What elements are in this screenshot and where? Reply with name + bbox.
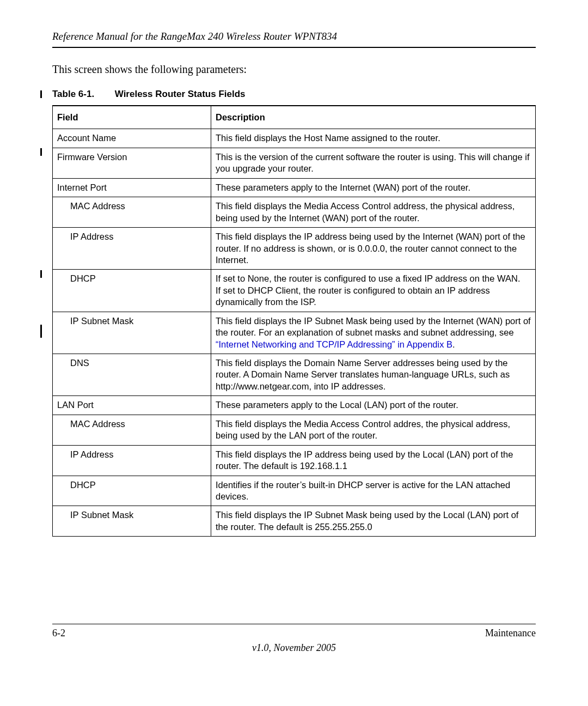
field-name: Firmware Version — [53, 148, 211, 178]
table-row: MAC AddressThis field displays the Media… — [53, 415, 536, 445]
cross-reference-link[interactable]: “Internet Networking and TCP/IP Addressi… — [216, 339, 452, 349]
field-description: These parameters apply to the Internet (… — [211, 178, 536, 197]
field-description: This field displays the IP Subnet Mask b… — [211, 312, 536, 354]
table-row: DHCPIdentifies if the router’s built-in … — [53, 476, 536, 506]
field-name: DHCP — [53, 270, 211, 312]
table-row: LAN PortThese parameters apply to the Lo… — [53, 396, 536, 415]
table-row: IP Subnet MaskThis field displays the IP… — [53, 506, 536, 537]
field-name: IP Subnet Mask — [53, 312, 211, 354]
table-row: IP AddressThis field displays the IP add… — [53, 228, 536, 270]
field-description: This field displays the IP address being… — [211, 445, 536, 476]
change-bar — [40, 148, 42, 156]
field-name: IP Subnet Mask — [53, 506, 211, 537]
table-row: DHCPIf set to None, the router is config… — [53, 270, 536, 312]
table-row: MAC AddressThis field displays the Media… — [53, 197, 536, 228]
field-description: This field displays the Host Name assign… — [211, 129, 536, 148]
table-row: IP AddressThis field displays the IP add… — [53, 445, 536, 476]
change-bar — [40, 270, 42, 278]
field-name: DHCP — [53, 476, 211, 506]
table-row: IP Subnet MaskThis field displays the IP… — [53, 312, 536, 354]
field-description: This field displays the Media Access Con… — [211, 415, 536, 445]
field-description: This field displays the IP Subnet Mask b… — [211, 506, 536, 537]
change-bar — [40, 90, 42, 98]
col-description: Description — [211, 106, 536, 129]
table-number: Table 6-1. — [52, 89, 112, 100]
table-row: Internet PortThese parameters apply to t… — [53, 178, 536, 197]
footer-version: v1.0, November 2005 — [52, 642, 536, 654]
footer-section: Maintenance — [485, 628, 536, 639]
field-description: This field displays the Media Access Con… — [211, 197, 536, 228]
table-caption: Table 6-1. Wireless Router Status Fields — [52, 89, 536, 100]
col-field: Field — [53, 106, 211, 129]
field-description: This field displays the Domain Name Serv… — [211, 354, 536, 396]
field-name: DNS — [53, 354, 211, 396]
status-fields-table: Field Description Account NameThis field… — [52, 105, 536, 537]
field-name: MAC Address — [53, 197, 211, 228]
table-row: Firmware VersionThis is the version of t… — [53, 148, 536, 178]
footer-page-number: 6-2 — [52, 628, 65, 639]
field-description: Identifies if the router’s built-in DHCP… — [211, 476, 536, 506]
field-name: IP Address — [53, 445, 211, 476]
field-name: MAC Address — [53, 415, 211, 445]
change-bar — [40, 325, 42, 338]
field-name: LAN Port — [53, 396, 211, 415]
field-description: This field displays the IP address being… — [211, 228, 536, 270]
field-description: These parameters apply to the Local (LAN… — [211, 396, 536, 415]
field-name: IP Address — [53, 228, 211, 270]
field-description: This is the version of the current softw… — [211, 148, 536, 178]
page-header: Reference Manual for the RangeMax 240 Wi… — [52, 31, 536, 48]
table-row: Account NameThis field displays the Host… — [53, 129, 536, 148]
page-footer: 6-2 Maintenance v1.0, November 2005 — [52, 624, 536, 654]
table-title: Wireless Router Status Fields — [115, 89, 246, 99]
table-row: DNSThis field displays the Domain Name S… — [53, 354, 536, 396]
field-description: If set to None, the router is configured… — [211, 270, 536, 312]
field-name: Internet Port — [53, 178, 211, 197]
intro-text: This screen shows the following paramete… — [52, 63, 536, 76]
field-name: Account Name — [53, 129, 211, 148]
